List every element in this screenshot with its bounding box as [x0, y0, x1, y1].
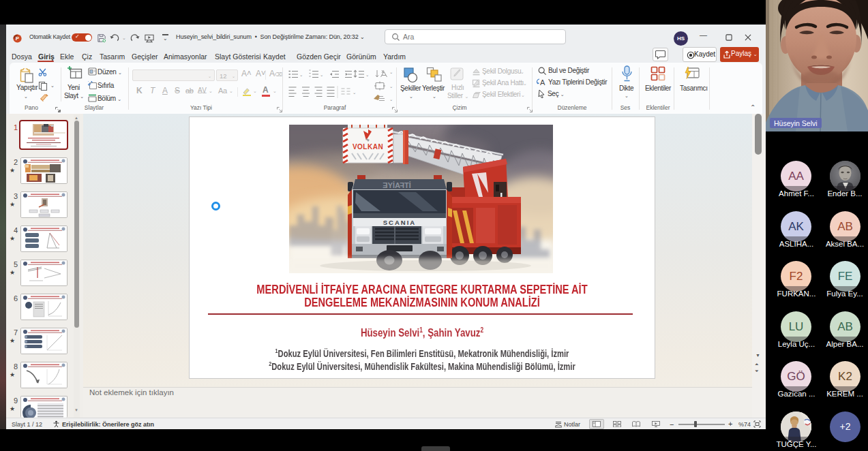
svg-text:SCANIA: SCANIA	[383, 219, 416, 226]
svg-text:⌄: ⌄	[299, 72, 303, 77]
svg-text:⌄: ⌄	[389, 84, 393, 89]
svg-text:⌄: ⌄	[353, 90, 356, 95]
svg-text:VOLKAN: VOLKAN	[353, 143, 383, 151]
svg-text:⌄: ⌄	[389, 69, 393, 74]
svg-text:İTFAİYE: İTFAİYE	[383, 181, 411, 189]
svg-text:⌄: ⌄	[365, 72, 369, 77]
svg-text:P: P	[16, 35, 19, 42]
svg-text:⌄: ⌄	[320, 72, 323, 77]
svg-text:A: A	[540, 78, 545, 87]
svg-text:⌄: ⌄	[389, 97, 393, 102]
